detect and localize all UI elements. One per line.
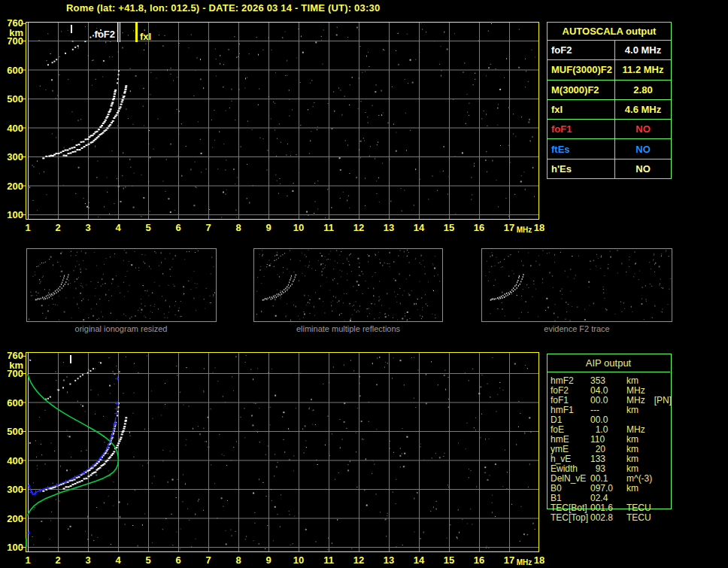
svg-text:2: 2 bbox=[55, 222, 60, 233]
top-ionogram-plot: 760km70060050040030020010012345678910111… bbox=[7, 17, 544, 234]
svg-text:16: 16 bbox=[474, 554, 484, 566]
svg-text:4: 4 bbox=[115, 222, 121, 233]
svg-text:6: 6 bbox=[175, 554, 180, 566]
aip-extra: [PN] bbox=[654, 396, 672, 405]
autoscala-row-value: NO bbox=[615, 159, 671, 178]
svg-text:15: 15 bbox=[444, 222, 454, 233]
svg-text:6: 6 bbox=[175, 222, 180, 233]
autoscala-output-table: AUTOSCALA output foF24.0 MHzMUF(3000)F21… bbox=[547, 22, 672, 179]
svg-text:7: 7 bbox=[205, 222, 211, 233]
aip-row-tectop: TEC[Top]002.8TECU bbox=[547, 513, 682, 523]
svg-text:500: 500 bbox=[7, 93, 23, 105]
svg-text:100: 100 bbox=[7, 542, 23, 553]
autoscala-row-value: 4.6 MHz bbox=[615, 100, 671, 119]
svg-text:400: 400 bbox=[7, 123, 23, 134]
svg-text:18: 18 bbox=[534, 222, 544, 233]
svg-text:4: 4 bbox=[115, 554, 121, 566]
svg-text:14: 14 bbox=[414, 554, 425, 566]
svg-text:200: 200 bbox=[7, 513, 23, 524]
svg-text:300: 300 bbox=[7, 484, 23, 495]
autoscala-row-label: fxI bbox=[548, 100, 615, 119]
autoscala-row-value: NO bbox=[615, 139, 671, 158]
svg-text:17: 17 bbox=[504, 554, 514, 566]
svg-text:1: 1 bbox=[25, 554, 30, 566]
page-title: Rome (lat: +41.8, lon: 012.5) - DATE: 20… bbox=[66, 2, 380, 14]
autoscala-app: 760km70060050040030020010012345678910111… bbox=[0, 0, 728, 568]
autoscala-table-header: AUTOSCALA output bbox=[548, 23, 671, 40]
svg-text:11: 11 bbox=[323, 222, 334, 233]
aip-unit: km bbox=[626, 484, 639, 494]
svg-text:13: 13 bbox=[384, 554, 394, 566]
autoscala-row-m3000f2: M(3000)F22.80 bbox=[548, 80, 671, 99]
svg-text:5: 5 bbox=[145, 554, 150, 566]
aip-value: 002.8 bbox=[590, 513, 616, 523]
svg-text:8: 8 bbox=[235, 222, 241, 233]
svg-text:MHz: MHz bbox=[517, 226, 532, 234]
autoscala-row-muf3000f2: MUF(3000)F211.2 MHz bbox=[548, 59, 671, 79]
autoscala-row-hes: h'EsNO bbox=[548, 159, 671, 178]
aip-unit: km bbox=[626, 405, 639, 415]
svg-text:7: 7 bbox=[205, 554, 211, 566]
svg-text:18: 18 bbox=[534, 554, 544, 566]
autoscala-row-label: h'Es bbox=[548, 159, 615, 178]
svg-text:13: 13 bbox=[384, 222, 394, 233]
thumbnail-plot-1 bbox=[27, 249, 217, 322]
svg-text:fxI: fxI bbox=[140, 31, 151, 42]
aip-table-header: AIP output bbox=[547, 354, 670, 372]
aip-row-delnve: DelN_vE00.1m^(-3) bbox=[547, 474, 682, 484]
svg-text:16: 16 bbox=[474, 222, 484, 233]
svg-text:9: 9 bbox=[265, 222, 271, 233]
aip-label: TEC[Top] bbox=[551, 513, 590, 523]
svg-text:600: 600 bbox=[7, 397, 23, 409]
svg-text:300: 300 bbox=[7, 151, 23, 163]
svg-text:1: 1 bbox=[25, 222, 30, 233]
svg-text:12: 12 bbox=[353, 222, 364, 233]
thumbnail-caption-original: original ionogram resized bbox=[23, 324, 219, 333]
autoscala-row-value: 4.0 MHz bbox=[615, 41, 671, 59]
svg-text:15: 15 bbox=[444, 554, 454, 566]
svg-text:2: 2 bbox=[55, 554, 60, 566]
svg-text:700: 700 bbox=[7, 368, 23, 379]
svg-text:12: 12 bbox=[353, 554, 364, 566]
svg-text:10: 10 bbox=[293, 554, 304, 566]
autoscala-row-fof1: foF1NO bbox=[548, 119, 671, 138]
aip-row-d1: D100.0 bbox=[547, 415, 682, 425]
autoscala-row-fof2: foF24.0 MHz bbox=[548, 40, 671, 59]
svg-text:foF2: foF2 bbox=[95, 29, 115, 40]
autoscala-row-value: 11.2 MHz bbox=[615, 60, 671, 79]
aip-row-b0: B0097.0km bbox=[547, 484, 682, 494]
autoscala-row-label: ftEs bbox=[548, 139, 615, 158]
svg-text:8: 8 bbox=[235, 554, 241, 566]
svg-text:17: 17 bbox=[504, 222, 514, 233]
aip-header-divider bbox=[547, 372, 670, 372]
svg-text:5: 5 bbox=[145, 222, 150, 233]
svg-text:500: 500 bbox=[7, 426, 23, 437]
svg-text:600: 600 bbox=[7, 65, 23, 76]
svg-text:14: 14 bbox=[414, 222, 425, 233]
svg-text:100: 100 bbox=[7, 209, 23, 220]
autoscala-row-label: foF2 bbox=[548, 41, 615, 59]
svg-text:10: 10 bbox=[293, 222, 304, 233]
autoscala-row-label: M(3000)F2 bbox=[548, 80, 615, 99]
svg-text:MHz: MHz bbox=[517, 558, 532, 566]
autoscala-row-label: foF1 bbox=[548, 120, 615, 138]
autoscala-row-value: NO bbox=[615, 120, 671, 138]
thumbnail-caption-evidence: evidence F2 trace bbox=[479, 324, 675, 333]
aip-output-table: AIP output hmF2353kmfoF204.0MHzfoF100.0M… bbox=[547, 354, 682, 523]
svg-text:9: 9 bbox=[265, 554, 271, 566]
aip-row-hmf1: hmF1---km bbox=[547, 405, 682, 415]
svg-text:11: 11 bbox=[323, 554, 334, 566]
bottom-ionogram-plot: 760km70060050040030020010012345678910111… bbox=[7, 350, 544, 566]
autoscala-row-ftes: ftEsNO bbox=[548, 138, 671, 158]
autoscala-row-value: 2.80 bbox=[615, 80, 671, 99]
thumbnail-plot-3 bbox=[482, 249, 672, 322]
aip-unit: TECU bbox=[626, 513, 651, 523]
svg-text:3: 3 bbox=[85, 222, 90, 233]
thumbnail-plot-2 bbox=[254, 249, 443, 322]
thumbnail-caption-eliminate: eliminate multiple reflections bbox=[250, 324, 446, 333]
autoscala-row-label: MUF(3000)F2 bbox=[548, 60, 615, 79]
svg-text:400: 400 bbox=[7, 455, 23, 466]
autoscala-row-fxi: fxI4.6 MHz bbox=[548, 99, 671, 119]
svg-text:200: 200 bbox=[7, 181, 23, 192]
svg-text:700: 700 bbox=[7, 35, 23, 47]
